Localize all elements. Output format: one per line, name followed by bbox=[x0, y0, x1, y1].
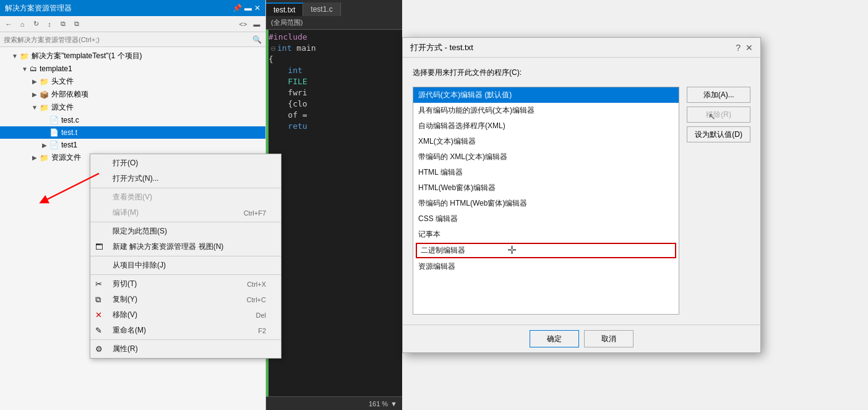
menu-item-remove[interactable]: ✕ 移除(V) Del bbox=[90, 307, 281, 323]
menu-item-properties[interactable]: ⚙ 属性(R) bbox=[90, 341, 281, 357]
program-item-9[interactable]: 记事本 bbox=[413, 227, 679, 242]
program-item-7[interactable]: 带编码的 HTML(Web窗体)编辑器 bbox=[413, 196, 679, 211]
refresh-btn[interactable]: ↻ bbox=[30, 18, 42, 30]
close-panel-icon[interactable]: ✕ bbox=[254, 4, 260, 12]
tab-testtxt[interactable]: test.txt bbox=[266, 2, 303, 16]
menu-item-open[interactable]: 打开(O) bbox=[90, 155, 281, 171]
code-line-2: ⊖ int main bbox=[266, 43, 402, 55]
code-line-3: { bbox=[266, 55, 402, 66]
menu-item-rename[interactable]: ✎ 重命名(M) F2 bbox=[90, 323, 281, 338]
rename-icon: ✎ bbox=[95, 326, 102, 335]
code-content: #include ⊖ int main { int FILE fwri {clo… bbox=[266, 30, 402, 396]
code-line-5: FILE bbox=[266, 77, 402, 88]
folder-icon-res: 📁 bbox=[40, 154, 49, 162]
program-item-2[interactable]: 自动编辑器选择程序(XML) bbox=[413, 118, 679, 134]
menu-item-viewclass[interactable]: 查看类图(V) bbox=[90, 190, 281, 205]
expand-arrow-t1: ▼ bbox=[20, 64, 30, 74]
program-item-1[interactable]: 具有编码功能的源代码(文本)编辑器 bbox=[413, 103, 679, 118]
nav-btn2[interactable]: ↕ bbox=[43, 18, 56, 30]
props-icon: ⚙ bbox=[95, 344, 103, 354]
menu-sep-5 bbox=[90, 339, 281, 340]
remove-button[interactable]: 移除(R) bbox=[687, 107, 750, 123]
menu-item-compile[interactable]: 编译(M) Ctrl+F7 bbox=[90, 205, 281, 220]
panel-title-text: 解决方案资源管理器 bbox=[5, 3, 72, 14]
home-btn[interactable]: ⌂ bbox=[16, 18, 28, 30]
code-line-4: int bbox=[266, 66, 402, 77]
extdep-icon: 📦 bbox=[40, 90, 49, 99]
editor-area: test.txt test1.c (全局范围) #include ⊖ int m… bbox=[266, 0, 402, 410]
menu-sep-4 bbox=[90, 274, 281, 275]
program-item-11[interactable]: 资源编辑器 bbox=[413, 259, 679, 274]
remove-icon: ✕ bbox=[95, 310, 102, 320]
menu-item-scope[interactable]: 限定为此范围(S) bbox=[90, 224, 281, 239]
program-list[interactable]: 源代码(文本)编辑器 (默认值) 具有编码功能的源代码(文本)编辑器 自动编辑器… bbox=[413, 87, 679, 315]
nav-btn4[interactable]: ⧉ bbox=[71, 18, 83, 30]
code-icon-btn[interactable]: <> bbox=[237, 18, 249, 30]
expand-arrow-hdr: ▶ bbox=[30, 77, 40, 87]
program-item-8[interactable]: CSS 编辑器 bbox=[413, 211, 679, 227]
minimize-icon[interactable]: ▬ bbox=[244, 4, 252, 12]
program-item-4[interactable]: 带编码的 XML(文本)编辑器 bbox=[413, 149, 679, 165]
code-line-6: fwri bbox=[266, 88, 402, 99]
resfiles-label: 资源文件 bbox=[51, 152, 81, 163]
code-line-9: retu bbox=[266, 121, 402, 133]
context-menu: 打开(O) 打开方式(N)... 查看类图(V) 编译(M) Ctrl+F7 限… bbox=[90, 154, 281, 359]
tree-item-testtxt[interactable]: ▶ 📄 test.t bbox=[0, 126, 265, 139]
program-item-6[interactable]: HTML(Web窗体)编辑器 bbox=[413, 180, 679, 196]
dialog-close-button[interactable]: ✕ bbox=[746, 43, 753, 53]
dialog-label: 选择要用来打开此文件的程序(C): bbox=[413, 68, 750, 78]
filter-btn[interactable]: ▬ bbox=[251, 18, 263, 30]
folder-icon-src: 📁 bbox=[40, 103, 49, 112]
search-input[interactable] bbox=[4, 36, 252, 43]
code-line-8: of = bbox=[266, 110, 402, 121]
extdeps-label: 外部依赖项 bbox=[51, 89, 88, 100]
menu-sep-1 bbox=[90, 188, 281, 188]
panel-title-icons: 📌 ▬ ✕ bbox=[233, 4, 260, 12]
tree-item-testc[interactable]: ▶ 📄 test.c bbox=[0, 114, 265, 126]
program-item-binary-editor[interactable]: 二进制编辑器 bbox=[416, 243, 676, 258]
tree-item-extdeps[interactable]: ▶ 📦 外部依赖项 bbox=[0, 88, 265, 101]
newview-icon: 🗔 bbox=[95, 242, 103, 251]
tree-item-solution[interactable]: ▼ 📁 解决方案"templateTest"(1 个项目) bbox=[0, 50, 265, 63]
add-button[interactable]: 添加(A)... bbox=[687, 87, 750, 103]
nav-btn3[interactable]: ⧉ bbox=[57, 18, 69, 30]
back-btn[interactable]: ← bbox=[2, 18, 15, 30]
dialog-title: 打开方式 - test.txt bbox=[410, 42, 473, 53]
dialog-title-bar: 打开方式 - test.txt ? ✕ bbox=[403, 38, 760, 58]
open-with-dialog: 打开方式 - test.txt ? ✕ 选择要用来打开此文件的程序(C): 源代… bbox=[402, 37, 761, 353]
menu-item-exclude[interactable]: 从项目中排除(J) bbox=[90, 258, 281, 273]
dialog-help-icon[interactable]: ? bbox=[736, 43, 741, 53]
set-default-button[interactable]: 设为默认值(D) bbox=[687, 126, 750, 142]
menu-item-copy[interactable]: ⧉ 复制(Y) Ctrl+C bbox=[90, 292, 281, 307]
testc-label: test.c bbox=[61, 116, 79, 124]
dialog-side-buttons: 添加(A)... 移除(R) 设为默认值(D) bbox=[687, 87, 750, 315]
folder-icon-hdr: 📁 bbox=[40, 77, 49, 86]
file-icon-txt: 📄 bbox=[49, 128, 59, 137]
tab-test1c[interactable]: test1.c bbox=[303, 2, 340, 16]
expand-arrow: ▼ bbox=[10, 51, 20, 61]
panel-toolbar: ← ⌂ ↻ ↕ ⧉ ⧉ <> ▬ bbox=[0, 16, 265, 32]
cancel-button[interactable]: 取消 bbox=[584, 330, 634, 347]
zoom-bar: 161 % ▼ bbox=[266, 396, 402, 410]
program-item-0[interactable]: 源代码(文本)编辑器 (默认值) bbox=[413, 87, 679, 103]
expand-arrow-src: ▼ bbox=[30, 103, 40, 113]
cut-icon: ✂ bbox=[95, 279, 102, 289]
headers-label: 头文件 bbox=[51, 76, 74, 87]
tree-item-template1[interactable]: ▼ 🗂 template1 bbox=[0, 63, 265, 75]
test1c-label: test1 bbox=[61, 141, 77, 149]
file-icon-t1c: 📄 bbox=[49, 141, 59, 149]
tree-item-sourcefiles[interactable]: ▼ 📁 源文件 bbox=[0, 101, 265, 114]
ok-button[interactable]: 确定 bbox=[530, 330, 579, 347]
pin-icon[interactable]: 📌 bbox=[233, 4, 242, 12]
panel-title-bar: 解决方案资源管理器 📌 ▬ ✕ bbox=[0, 0, 265, 16]
menu-item-newview[interactable]: 🗔 新建 解决方案资源管理器 视图(N) bbox=[90, 239, 281, 255]
menu-item-cut[interactable]: ✂ 剪切(T) Ctrl+X bbox=[90, 276, 281, 292]
code-line-1: #include bbox=[266, 32, 402, 43]
program-item-3[interactable]: XML(文本)编辑器 bbox=[413, 134, 679, 149]
tree-item-test1c[interactable]: ▶ 📄 test1 bbox=[0, 139, 265, 151]
program-item-5[interactable]: HTML 编辑器 bbox=[413, 165, 679, 180]
menu-item-openwith[interactable]: 打开方式(N)... bbox=[90, 171, 281, 186]
template1-label: template1 bbox=[40, 64, 72, 73]
tree-item-headers[interactable]: ▶ 📁 头文件 bbox=[0, 75, 265, 88]
zoom-dropdown-icon[interactable]: ▼ bbox=[390, 400, 397, 408]
